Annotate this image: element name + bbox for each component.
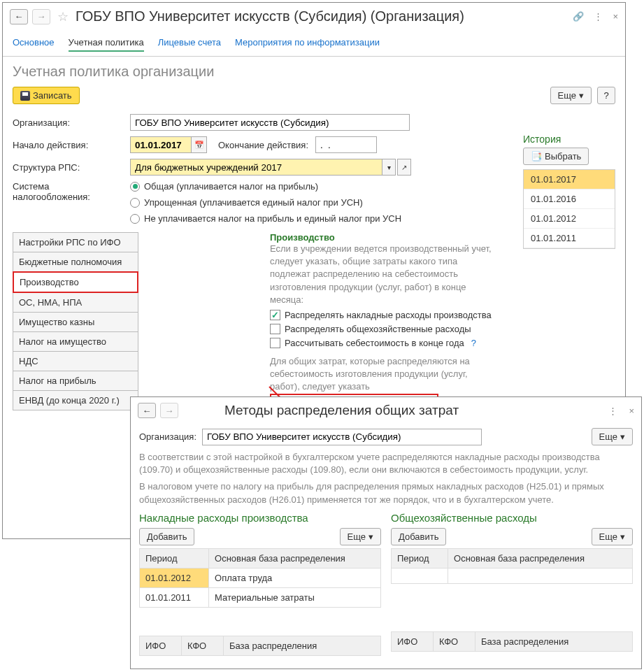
menu-icon[interactable]: ⋮ <box>594 11 603 22</box>
th-base: Основная база распределения <box>448 548 633 568</box>
left-tab-rps-ifo[interactable]: Настройки РПС по ИФО <box>13 232 138 252</box>
sub-forward-button[interactable]: → <box>160 403 178 418</box>
left-tab-production[interactable]: Производство <box>13 271 138 293</box>
th-base2: База распределения <box>224 636 381 655</box>
history-select-button[interactable]: 📑 Выбрать <box>523 148 589 165</box>
th-ifo: ИФО <box>140 636 182 655</box>
link-icon[interactable]: 🔗 <box>573 11 584 22</box>
sub-org-input[interactable] <box>202 429 482 445</box>
sub-titlebar: ← → Методы распределения общих затрат ⋮ … <box>131 397 641 424</box>
left-tab-budget[interactable]: Бюджетные полномочия <box>13 252 138 272</box>
help-icon[interactable]: ? <box>471 338 476 348</box>
tab-accounts[interactable]: Лицевые счета <box>158 34 221 52</box>
sub-menu-icon[interactable]: ⋮ <box>608 406 617 416</box>
th-kfo: КФО <box>182 636 224 655</box>
window-title: ГОБУ ВПО Университет искусств (Субсидия)… <box>76 8 568 24</box>
production-intro: Если в учреждении ведется производственн… <box>270 243 499 306</box>
rps-select[interactable] <box>130 159 382 176</box>
tab-accounting-policy[interactable]: Учетная политика <box>69 34 144 52</box>
save-button[interactable]: Записать <box>13 87 80 104</box>
checkbox-general[interactable]: Распределять общехозяйственные расходы <box>270 324 499 334</box>
sub-close-icon[interactable]: × <box>629 406 634 416</box>
overhead-column: Накладные расходы производства Добавить … <box>139 512 381 656</box>
org-input[interactable] <box>130 114 410 131</box>
checkbox-icon <box>270 310 280 320</box>
history-item[interactable]: 01.01.2011 <box>524 229 615 248</box>
tax-option-none[interactable]: Не уплачивается налог на прибыль и едины… <box>130 213 401 224</box>
select-icon: 📑 <box>531 151 542 162</box>
checkbox-overhead[interactable]: Распределять накладные расходы производс… <box>270 310 499 320</box>
chevron-down-icon: ▾ <box>620 531 625 542</box>
general-detail-table: ИФОКФОБаза распределения <box>391 631 633 652</box>
general-column: Общехозяйственные расходы Добавить Еще ▾… <box>391 512 633 656</box>
table-row[interactable] <box>392 568 633 583</box>
col-more-button[interactable]: Еще ▾ <box>592 528 633 545</box>
left-tab-property-tax[interactable]: Налог на имущество <box>13 331 138 352</box>
titlebar: ← → ☆ ГОБУ ВПО Университет искусств (Суб… <box>3 3 625 30</box>
th-base2: База распределения <box>475 631 633 651</box>
chevron-down-icon: ▾ <box>579 90 584 101</box>
checkbox-icon <box>270 324 280 334</box>
production-panel: Производство Если в учреждении ведется п… <box>266 232 503 410</box>
overhead-detail-table: ИФОКФОБаза распределения <box>139 636 381 656</box>
sub-org-label: Организация: <box>139 431 196 442</box>
dropdown-icon[interactable]: ▾ <box>382 159 396 176</box>
sub-info1: В соответствии с этой настройкой в бухга… <box>139 451 633 476</box>
rps-label: Структура РПС: <box>13 162 123 173</box>
star-icon[interactable]: ☆ <box>57 9 69 24</box>
th-period: Период <box>392 548 448 568</box>
end-date-label: Окончание действия: <box>218 140 308 150</box>
back-button[interactable]: ← <box>10 9 28 24</box>
page-subtitle: Учетная политика организации <box>3 57 625 84</box>
forward-button[interactable]: → <box>32 9 50 24</box>
table-row[interactable]: 01.01.2011Материальные затраты <box>140 587 381 607</box>
chevron-down-icon: ▾ <box>620 431 625 442</box>
methods-window: ← → Методы распределения общих затрат ⋮ … <box>130 396 642 669</box>
history-list: 01.01.2017 01.01.2016 01.01.2012 01.01.2… <box>523 169 615 249</box>
left-tab-treasury[interactable]: Имущество казны <box>13 312 138 332</box>
left-tab-os[interactable]: ОС, НМА, НПА <box>13 292 138 313</box>
left-tab-vat[interactable]: НДС <box>13 351 138 371</box>
sub-more-button[interactable]: Еще ▾ <box>592 428 633 445</box>
checkbox-yearend[interactable]: Рассчитывать себестоимость в конце года? <box>270 338 499 348</box>
sub-back-button[interactable]: ← <box>138 403 156 418</box>
history-item[interactable]: 01.01.2017 <box>524 170 615 190</box>
tax-option-simplified[interactable]: Упрощенная (уплачивается единый налог пр… <box>130 197 401 208</box>
tax-option-general[interactable]: Общая (уплачивается налог на прибыль) <box>130 181 401 192</box>
start-date-label: Начало действия: <box>13 140 123 150</box>
sub-info2: В налоговом учете по налогу на прибыль д… <box>139 480 633 506</box>
open-icon[interactable]: ↗ <box>397 159 411 176</box>
history-item[interactable]: 01.01.2012 <box>524 209 615 229</box>
disk-icon <box>20 91 30 101</box>
radio-icon <box>130 214 140 224</box>
more-button[interactable]: Еще ▾ <box>550 87 592 104</box>
radio-icon <box>130 182 140 192</box>
th-base: Основная база распределения <box>209 548 381 568</box>
add-button[interactable]: Добавить <box>391 528 446 545</box>
tab-main[interactable]: Основное <box>13 34 55 52</box>
production-title: Производство <box>270 232 499 243</box>
th-period: Период <box>140 548 209 568</box>
history-title: История <box>523 134 615 145</box>
toolbar: Записать Еще ▾ ? <box>3 84 625 111</box>
tab-informatization[interactable]: Мероприятия по информатизации <box>235 34 380 52</box>
table-row[interactable]: 01.01.2012Оплата труда <box>140 568 381 587</box>
close-icon[interactable]: × <box>613 11 618 22</box>
history-item[interactable]: 01.01.2016 <box>524 190 615 209</box>
general-table: ПериодОсновная база распределения <box>391 548 633 584</box>
start-date-input[interactable] <box>130 136 192 153</box>
chevron-down-icon: ▾ <box>368 531 373 542</box>
th-kfo: КФО <box>434 631 475 651</box>
col-more-button[interactable]: Еще ▾ <box>340 528 381 545</box>
left-tab-profit-tax[interactable]: Налог на прибыль <box>13 371 138 391</box>
production-note: Для общих затрат, которые распределяются… <box>270 355 499 394</box>
add-button[interactable]: Добавить <box>139 528 194 545</box>
left-tab-envd[interactable]: ЕНВД (до конца 2020 г.) <box>13 390 138 410</box>
help-button[interactable]: ? <box>597 87 615 104</box>
sub-window-title: Методы распределения общих затрат <box>224 403 604 418</box>
nav-tabs: Основное Учетная политика Лицевые счета … <box>3 30 625 57</box>
left-nav: Настройки РПС по ИФО Бюджетные полномочи… <box>13 232 138 410</box>
radio-icon <box>130 198 140 208</box>
calendar-icon[interactable]: 📅 <box>192 136 207 153</box>
end-date-input[interactable] <box>315 136 377 153</box>
